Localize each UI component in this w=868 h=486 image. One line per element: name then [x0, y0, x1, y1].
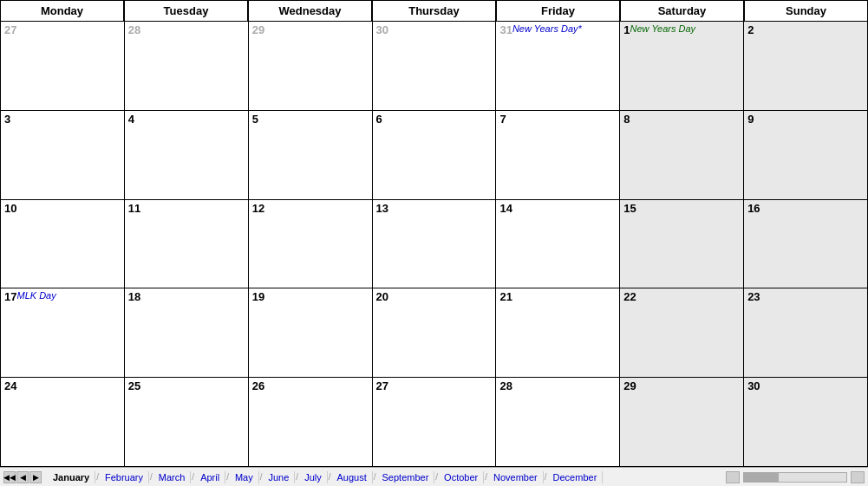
month-tab-december[interactable]: December [548, 471, 604, 483]
calendar-header: MondayTuesdayWednesdayThursdayFridaySatu… [0, 0, 868, 22]
day-header-row: 29 [623, 379, 740, 392]
day-cell[interactable]: 3 [1, 111, 125, 200]
day-cell[interactable]: 10 [1, 200, 125, 289]
day-cell[interactable]: 7 [496, 111, 620, 200]
day-cell[interactable]: 25 [125, 378, 249, 467]
day-cell[interactable]: 30 [744, 378, 868, 467]
day-header-row: 18 [128, 290, 245, 303]
day-header-row: 16 [747, 202, 864, 215]
month-tab-may[interactable]: May [230, 471, 259, 483]
month-tab-september[interactable]: September [377, 471, 435, 483]
day-number: 5 [252, 113, 258, 126]
month-tab-june[interactable]: June [264, 471, 296, 483]
next-nav-btn[interactable]: ▶ [29, 471, 42, 483]
tab-separator: / [374, 472, 376, 482]
first-nav-btn[interactable]: ◀◀ [3, 471, 16, 483]
day-cell[interactable]: 28 [496, 378, 620, 467]
calendar: MondayTuesdayWednesdayThursdayFridaySatu… [0, 0, 868, 486]
month-tab-october[interactable]: October [439, 471, 484, 483]
day-cell[interactable]: 22 [620, 288, 744, 378]
day-header-row: 27 [4, 23, 121, 36]
scroll-icon[interactable] [726, 471, 740, 483]
day-header-row: 24 [4, 379, 121, 392]
day-cell[interactable]: 29 [620, 378, 744, 467]
day-header-row: 30 [747, 379, 864, 392]
tab-separator: / [545, 472, 547, 482]
day-number: 30 [747, 379, 760, 392]
day-cell[interactable]: 2 [744, 22, 868, 111]
day-cell[interactable]: 30 [373, 22, 497, 111]
day-header-row: 22 [623, 290, 740, 303]
day-cell[interactable]: 5 [249, 111, 373, 200]
day-number: 3 [4, 113, 10, 126]
day-cell[interactable]: 12 [249, 200, 373, 289]
month-tab-february[interactable]: February [100, 471, 149, 483]
month-tabs[interactable]: January/February/March/April/May/June/Ju… [48, 471, 603, 483]
holiday-label: New Years Day [630, 23, 696, 34]
day-number: 16 [747, 202, 760, 215]
header-cell-thursday: Thursday [372, 0, 496, 21]
day-cell[interactable]: 27 [1, 22, 125, 111]
day-number: 9 [747, 113, 754, 126]
day-cell[interactable]: 13 [373, 200, 497, 289]
day-cell[interactable]: 6 [373, 111, 497, 200]
header-cell-friday: Friday [496, 0, 620, 21]
month-tab-january[interactable]: January [48, 471, 95, 483]
day-cell[interactable]: 26 [249, 378, 373, 467]
day-header-row: 1 New Years Day [623, 23, 740, 36]
day-header-row: 28 [499, 379, 616, 392]
scrollbar-area[interactable] [726, 471, 865, 483]
month-tab-november[interactable]: November [488, 471, 544, 483]
day-cell[interactable]: 15 [620, 200, 744, 289]
day-number: 21 [499, 290, 512, 303]
day-cell[interactable]: 28 [125, 22, 249, 111]
day-cell[interactable]: 20 [373, 288, 497, 378]
day-cell[interactable]: 11 [125, 200, 249, 289]
day-cell[interactable]: 27 [373, 378, 497, 467]
month-tab-april[interactable]: April [195, 471, 225, 483]
day-cell[interactable]: 18 [125, 288, 249, 378]
day-header-row: 29 [252, 23, 369, 36]
day-cell[interactable]: 9 [744, 111, 868, 200]
prev-nav-btn[interactable]: ◀ [16, 471, 29, 483]
day-header-row: 30 [376, 23, 493, 36]
day-number: 19 [252, 290, 264, 303]
day-number: 23 [747, 290, 760, 303]
day-header-row: 28 [128, 23, 245, 36]
day-cell[interactable]: 16 [744, 200, 868, 289]
day-number: 12 [252, 202, 264, 215]
header-cell-tuesday: Tuesday [124, 0, 248, 21]
month-tab-march[interactable]: March [153, 471, 192, 483]
day-header-row: 6 [376, 113, 493, 126]
day-number: 27 [376, 379, 388, 392]
day-header-row: 21 [499, 290, 616, 303]
tab-separator: / [485, 472, 487, 482]
holiday-label: New Years Day* [512, 23, 582, 34]
day-header-row: 7 [499, 113, 616, 126]
day-cell[interactable]: 8 [620, 111, 744, 200]
header-cell-sunday: Sunday [744, 0, 868, 21]
nav-buttons[interactable]: ◀◀ ◀ ▶ [3, 471, 42, 483]
day-number: 2 [747, 23, 754, 36]
hscroll-bar[interactable] [743, 472, 847, 483]
day-header-row: 20 [376, 290, 493, 303]
holiday-label: MLK Day [16, 290, 55, 301]
day-cell[interactable]: 29 [249, 22, 373, 111]
day-cell[interactable]: 1 New Years Day [620, 22, 744, 111]
day-number: 10 [4, 202, 16, 215]
day-cell[interactable]: 31 New Years Day* [496, 22, 620, 111]
day-number: 13 [376, 202, 388, 215]
day-cell[interactable]: 14 [496, 200, 620, 289]
day-number: 20 [376, 290, 388, 303]
month-tab-july[interactable]: July [299, 471, 328, 483]
day-header-row: 27 [376, 379, 493, 392]
day-cell[interactable]: 23 [744, 288, 868, 378]
day-cell[interactable]: 4 [125, 111, 249, 200]
day-cell[interactable]: 21 [496, 288, 620, 378]
day-header-row: 10 [4, 202, 121, 215]
day-cell[interactable]: 24 [1, 378, 125, 467]
day-cell[interactable]: 19 [249, 288, 373, 378]
month-tab-august[interactable]: August [331, 471, 372, 483]
day-cell[interactable]: 17 MLK Day [1, 288, 125, 378]
scroll-icon-right[interactable] [851, 471, 865, 483]
